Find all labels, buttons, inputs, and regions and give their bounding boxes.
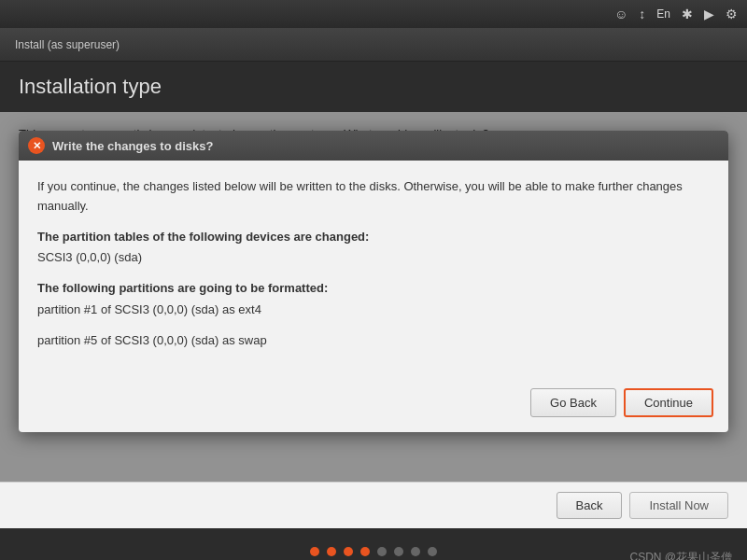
person-icon[interactable]: ☺: [614, 7, 627, 21]
headerbar: Install (as superuser): [0, 28, 747, 62]
back-button[interactable]: Back: [557, 492, 623, 519]
dialog-body: If you continue, the changes listed belo…: [19, 161, 728, 379]
dialog-section2-title: The following partitions are going to be…: [37, 279, 710, 299]
language-indicator[interactable]: En: [656, 7, 670, 21]
dot-6: [394, 547, 403, 556]
dialog-section2-line1: partition #1 of SCSI3 (0,0,0) (sda) as e…: [37, 301, 710, 320]
go-back-button[interactable]: Go Back: [530, 388, 616, 417]
dialog-section1-title: The partition tables of the following de…: [37, 228, 710, 247]
dot-3: [344, 547, 353, 556]
dots-bar: CSDN @花果山圣僧: [0, 528, 747, 560]
topbar: ☺ ↕ En ✱ ▶ ⚙: [0, 0, 747, 28]
dot-8: [428, 547, 437, 556]
bluetooth-icon[interactable]: ✱: [682, 7, 693, 21]
bottom-bar: Back Install Now: [0, 482, 747, 528]
headerbar-title: Install (as superuser): [15, 38, 120, 51]
dot-1: [310, 547, 319, 556]
dot-4: [360, 547, 370, 556]
dialog-section2-line2: partition #5 of SCSI3 (0,0,0) (sda) as s…: [37, 331, 710, 351]
dot-2: [327, 547, 336, 556]
keyboard-icon[interactable]: ↕: [639, 7, 645, 21]
page-title: Installation type: [0, 62, 747, 112]
dialog-title: Write the changes to disks?: [52, 139, 213, 153]
dialog: ✕ Write the changes to disks? If you con…: [19, 131, 728, 432]
dialog-titlebar: ✕ Write the changes to disks?: [19, 131, 728, 161]
dot-5: [377, 547, 387, 556]
dot-7: [411, 547, 420, 556]
install-now-button[interactable]: Install Now: [629, 492, 728, 519]
dialog-close-button[interactable]: ✕: [28, 137, 45, 154]
dialog-footer: Go Back Continue: [19, 379, 728, 432]
volume-icon[interactable]: ▶: [704, 7, 714, 21]
continue-button[interactable]: Continue: [624, 388, 713, 417]
dialog-overlay: ✕ Write the changes to disks? If you con…: [0, 112, 747, 482]
watermark: CSDN @花果山圣僧: [629, 550, 732, 560]
dialog-section1-content: SCSI3 (0,0,0) (sda): [37, 248, 710, 268]
dialog-paragraph1: If you continue, the changes listed belo…: [37, 177, 710, 217]
settings-icon[interactable]: ⚙: [726, 7, 738, 21]
